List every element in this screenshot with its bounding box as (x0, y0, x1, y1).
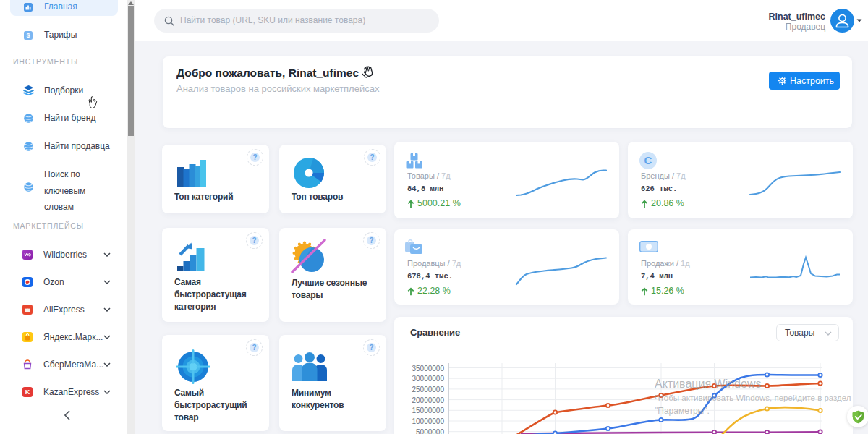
svg-text:15000000: 15000000 (412, 407, 445, 414)
svg-text:30000000: 30000000 (412, 375, 445, 383)
svg-text:20000000: 20000000 (412, 396, 445, 404)
svg-text:10000000: 10000000 (412, 417, 445, 425)
svg-text:25000000: 25000000 (412, 386, 445, 393)
svg-text:35000000: 35000000 (412, 365, 445, 373)
svg-text:$: $ (26, 32, 30, 39)
svg-text:K: K (25, 388, 30, 396)
svg-text:5000000: 5000000 (416, 428, 444, 434)
